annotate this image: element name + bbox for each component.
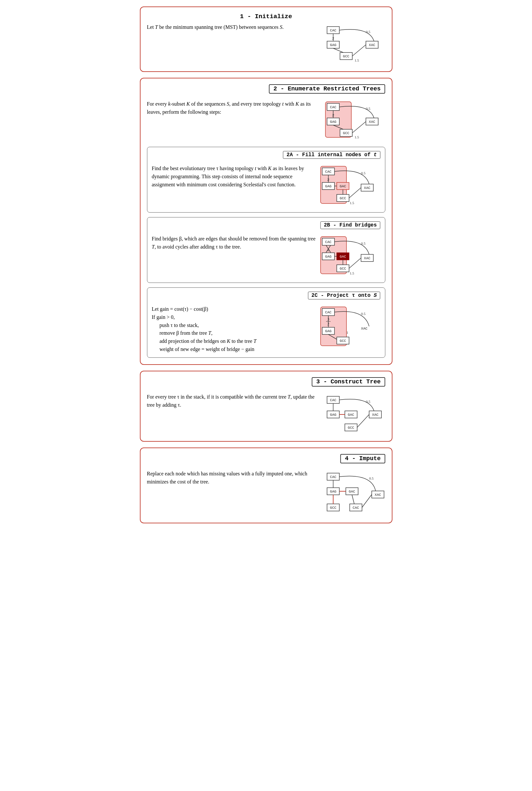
edge-label-15-2: 1.5 <box>355 135 359 139</box>
subsection-2a-body: Find the best evolutionary tree τ having… <box>152 165 380 208</box>
node-gag-2b-label: GAG <box>325 255 331 259</box>
subsection-2b: 2B - Find bridges Find bridges β, which … <box>147 217 385 283</box>
line-add: add projection of the bridges on K to th… <box>159 337 316 346</box>
node-cac-bottom-4-label: CAC <box>353 506 359 510</box>
node-cac-2c-label: CAC <box>325 310 331 314</box>
node-xac-2c-label: XAC <box>361 327 367 331</box>
tree-diagram-2c: CAC 3 2 GAG 1 0.5 GCC <box>319 305 380 351</box>
line-push: push τ to the stack, <box>159 321 316 330</box>
node-gac-3-label: GAC <box>348 413 354 417</box>
node-gcc-2c-label: GCC <box>340 339 346 343</box>
node-gcc-3-label: GCC <box>348 426 354 430</box>
edge-gac-cac-4 <box>352 495 354 504</box>
node-xac-4-label: XAC <box>375 493 381 497</box>
line-if: If gain > 0, <box>152 313 316 321</box>
subsection-2c-text: Let gain = cost(τ) − cost(β) If gain > 0… <box>152 305 316 353</box>
node-cac-2-label: CAC <box>330 105 337 109</box>
edge-gag-gcc-1 <box>333 48 343 53</box>
edge-label-05-4: 0.5 <box>369 476 374 480</box>
tree-diagram-2b: CAC 2 GAG GAC 0.5 <box>319 235 380 279</box>
edge-label-05-3: 0.5 <box>366 400 370 403</box>
edge-gcc-xac-1 <box>352 45 366 56</box>
subsection-2b-title: 2B - Find bridges <box>320 221 380 229</box>
section-4-title: 4 - Impute <box>340 454 385 463</box>
section-1-body: Let T be the minimum spanning tree (MST)… <box>147 23 385 66</box>
node-gag-4-label: GAG <box>330 490 337 494</box>
tree-diagram-1: CAC 2 GAG 0.5 GCC XAC <box>324 23 385 66</box>
node-gcc-4-label: GCC <box>330 506 337 510</box>
subsection-2c-diagram: CAC 3 2 GAG 1 0.5 GCC <box>319 305 380 351</box>
section-enumerate: 2 - Enumerate Restricted Trees For every… <box>140 78 393 365</box>
edge-gcc-xac-2b <box>349 258 361 268</box>
section-initialize: 1 - Initialize Let T be the minimum span… <box>140 6 393 72</box>
section-4-diagram: CAC 0.5 GAG GAC GCC CAC XA <box>324 470 385 517</box>
section-3-text: For every tree τ in the stack, if it is … <box>147 393 321 409</box>
node-gac-2b-label: GAC <box>340 255 346 259</box>
edge-gcc-xac-2a <box>349 188 361 198</box>
node-gag-3-label: GAG <box>330 413 337 417</box>
section-1-text: Let T be the minimum spanning tree (MST)… <box>147 23 321 32</box>
subsection-2c: 2C - Project τ onto S Let gain = cost(τ)… <box>147 288 385 358</box>
edge-label-05-1: 0.5 <box>366 30 370 34</box>
edge-gcc-xac-2 <box>352 122 366 133</box>
node-gcc-1-label: GCC <box>343 54 349 58</box>
section-2-body: For every k-subset K of the sequences S,… <box>147 100 385 142</box>
section-1-diagram: CAC 2 GAG 0.5 GCC XAC <box>324 23 385 66</box>
node-xac-2b-label: XAC <box>364 256 370 260</box>
node-xac-2-label: XAC <box>369 120 375 124</box>
node-gac-4-label: GAC <box>349 490 355 494</box>
node-gag-2a-label: GAG <box>325 184 331 188</box>
subsection-2a: 2A - Fill internal nodes of t Find the b… <box>147 147 385 213</box>
edge-label-05-2: 0.5 <box>366 107 370 110</box>
node-cac-4-label: CAC <box>330 475 337 479</box>
tree-diagram-2a: CAC 2 GAG GAC 0.5 GCC <box>319 165 380 208</box>
line-remove: remove β from the tree T, <box>159 329 316 337</box>
subsection-2a-title: 2A - Fill internal nodes of t <box>283 151 380 159</box>
line-weight: weight of new edge = weight of bridge − … <box>159 346 316 353</box>
node-xac-1-label: XAC <box>369 43 375 47</box>
section-impute: 4 - Impute Replace each node which has m… <box>140 447 393 523</box>
line-gain: Let gain = cost(τ) − cost(β) <box>152 305 316 313</box>
edge-label-05-2c: 0.5 <box>361 312 365 316</box>
node-gcc-2-label: GCC <box>343 131 349 135</box>
node-xac-3-label: XAC <box>372 413 379 417</box>
node-cac-2a-label: CAC <box>325 170 331 174</box>
section-2-title: 2 - Enumerate Restricted Trees <box>269 84 385 94</box>
node-gcc-2a-label: GCC <box>340 196 346 200</box>
subsection-2a-text: Find the best evolutionary tree τ having… <box>152 165 316 189</box>
node-gag-2c-label: GAG <box>325 329 331 333</box>
subsection-2b-body: Find bridges β, which are edges that sho… <box>152 235 380 279</box>
section-3-body: For every tree τ in the stack, if it is … <box>147 393 385 435</box>
edge-label-15-2a: 1.5 <box>350 201 354 205</box>
edge-gcc-xac-3 <box>357 415 369 427</box>
subsection-2a-diagram: CAC 2 GAG GAC 0.5 GCC <box>319 165 380 208</box>
section-4-text: Replace each node which has missing valu… <box>147 470 321 486</box>
node-xac-2a-label: XAC <box>364 186 370 190</box>
section-1-title: 1 - Initialize <box>240 13 292 20</box>
tree-diagram-3: CAC 0.5 GAG GAC GCC XAC <box>324 393 385 435</box>
node-gcc-2b-label: GCC <box>340 267 346 271</box>
node-cac-3-label: CAC <box>330 398 337 402</box>
section-3-title: 3 - Construct Tree <box>312 377 385 387</box>
edge-label-1-2c: 1 <box>346 331 348 334</box>
node-gac-2a-label: GAC <box>340 184 346 188</box>
subsection-2c-body: Let gain = cost(τ) − cost(β) If gain > 0… <box>152 305 380 353</box>
node-cac-1-label: CAC <box>330 29 337 32</box>
section-2-diagram: CAC 2 GAG 0.5 GCC XAC 1.5 <box>324 100 385 142</box>
tree-diagram-4: CAC 0.5 GAG GAC GCC CAC XA <box>324 470 388 517</box>
node-gag-1-label: GAG <box>330 43 337 47</box>
tree-diagram-2: CAC 2 GAG 0.5 GCC XAC 1.5 <box>324 100 385 142</box>
section-2-text: For every k-subset K of the sequences S,… <box>147 100 321 116</box>
section-3-diagram: CAC 0.5 GAG GAC GCC XAC <box>324 393 385 435</box>
subsection-2b-text: Find bridges β, which are edges that sho… <box>152 235 316 251</box>
edge-cac-xac-4 <box>362 495 372 508</box>
section-construct: 3 - Construct Tree For every tree τ in t… <box>140 371 393 442</box>
edge-label-15-2b: 1.5 <box>350 271 354 275</box>
node-cac-2b-label: CAC <box>325 240 331 244</box>
subsection-2c-title: 2C - Project τ onto S <box>308 292 380 299</box>
subsection-2b-diagram: CAC 2 GAG GAC 0.5 <box>319 235 380 279</box>
section-4-body: Replace each node which has missing valu… <box>147 470 385 517</box>
node-gag-2-label: GAG <box>330 120 337 124</box>
edge-label-15-1: 1.5 <box>355 58 359 62</box>
